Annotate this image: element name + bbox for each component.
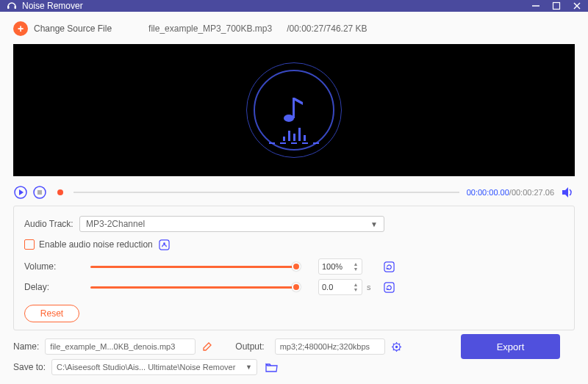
play-button[interactable] xyxy=(13,185,28,200)
name-label: Name: xyxy=(13,341,39,352)
window-title: Noise Remover xyxy=(22,1,520,11)
audiotrack-label: Audio Track: xyxy=(24,219,79,229)
svg-line-25 xyxy=(393,349,394,349)
volume-reset-icon[interactable] xyxy=(383,261,395,272)
delay-thumb[interactable] xyxy=(292,283,301,291)
delay-unit: s xyxy=(367,283,376,291)
settings-panel: Audio Track: MP3-2Channel ▼ Enable audio… xyxy=(13,206,575,330)
volume-thumb[interactable] xyxy=(292,262,301,271)
music-note-icon xyxy=(279,93,309,127)
svg-marker-12 xyxy=(562,187,568,198)
source-filename: file_example_MP3_700KB.mp3 xyxy=(148,23,272,34)
output-area: Name: file_example_M...0KB_denois.mp3 Ou… xyxy=(13,336,575,377)
change-source-link[interactable]: Change Source File xyxy=(34,23,112,34)
volume-icon-button[interactable] xyxy=(560,185,575,200)
reset-button[interactable]: Reset xyxy=(24,305,79,322)
delay-reset-icon[interactable] xyxy=(383,281,395,293)
svg-line-23 xyxy=(393,343,394,344)
volume-input[interactable]: 100% ▲▼ xyxy=(318,258,362,275)
svg-point-18 xyxy=(395,345,398,347)
svg-rect-16 xyxy=(384,282,393,291)
svg-rect-7 xyxy=(293,98,295,118)
volume-label: Volume: xyxy=(24,261,79,272)
titlebar: Noise Remover xyxy=(0,0,588,12)
stop-button[interactable] xyxy=(32,185,47,200)
output-format-box: mp3;2;48000Hz;320kbps xyxy=(275,338,385,355)
svg-rect-15 xyxy=(384,261,393,271)
audiotrack-combobox[interactable]: MP3-2Channel ▼ xyxy=(79,216,384,232)
minimize-button[interactable] xyxy=(531,1,541,11)
current-time: 00:00:00.00 xyxy=(467,188,509,197)
volume-slider[interactable] xyxy=(90,266,296,268)
noise-reduction-checkbox[interactable] xyxy=(24,239,35,250)
volume-value: 100% xyxy=(322,262,343,271)
delay-label: Delay: xyxy=(24,282,79,292)
svg-point-14 xyxy=(163,242,165,244)
chevron-down-icon: ▼ xyxy=(245,363,252,371)
svg-rect-1 xyxy=(15,6,17,9)
volume-spin-up[interactable]: ▲ xyxy=(353,262,359,267)
audiotrack-value: MP3-2Channel xyxy=(86,219,145,229)
output-settings-icon[interactable] xyxy=(391,341,403,352)
delay-spin-down[interactable]: ▼ xyxy=(353,288,359,292)
delay-spin-up[interactable]: ▲ xyxy=(353,283,359,287)
svg-rect-3 xyxy=(553,3,560,10)
noise-reduction-label: Enable audio noise reduction xyxy=(39,239,153,250)
app-logo-icon xyxy=(6,0,18,12)
add-source-button[interactable]: + xyxy=(13,21,28,36)
playhead-dot[interactable] xyxy=(57,189,63,195)
output-label: Output: xyxy=(235,341,264,352)
delay-slider[interactable] xyxy=(90,286,296,289)
maximize-button[interactable] xyxy=(551,1,562,11)
audio-disc-icon xyxy=(246,62,342,158)
svg-line-26 xyxy=(399,343,400,344)
export-button[interactable]: Export xyxy=(461,334,560,359)
source-bar: + Change Source File file_example_MP3_70… xyxy=(13,19,575,38)
total-time: /00:00:27.06 xyxy=(509,188,554,197)
delay-value: 0.0 xyxy=(322,283,333,291)
svg-line-24 xyxy=(399,349,400,349)
svg-rect-0 xyxy=(7,6,10,9)
name-input[interactable]: file_example_M...0KB_denois.mp3 xyxy=(45,338,196,355)
saveto-label: Save to: xyxy=(13,362,46,372)
chevron-down-icon: ▼ xyxy=(370,220,378,228)
source-duration: /00:00:27/746.27 KB xyxy=(287,23,367,34)
edit-name-icon[interactable] xyxy=(201,341,213,352)
scrub-bar[interactable] xyxy=(74,192,459,193)
playback-bar: 00:00:00.00/00:00:27.06 xyxy=(13,181,575,204)
svg-rect-11 xyxy=(37,190,42,195)
open-folder-icon[interactable] xyxy=(265,361,278,374)
saveto-combobox[interactable]: C:\Aiseesoft Studio\Ais... Ultimate\Nois… xyxy=(51,359,257,375)
audio-preview-area xyxy=(13,44,575,176)
delay-input[interactable]: 0.0 ▲▼ xyxy=(318,279,362,295)
noise-settings-icon[interactable] xyxy=(159,239,171,250)
volume-spin-down[interactable]: ▼ xyxy=(353,267,359,272)
close-button[interactable] xyxy=(572,1,582,11)
svg-marker-9 xyxy=(19,189,24,195)
svg-point-6 xyxy=(284,115,294,122)
